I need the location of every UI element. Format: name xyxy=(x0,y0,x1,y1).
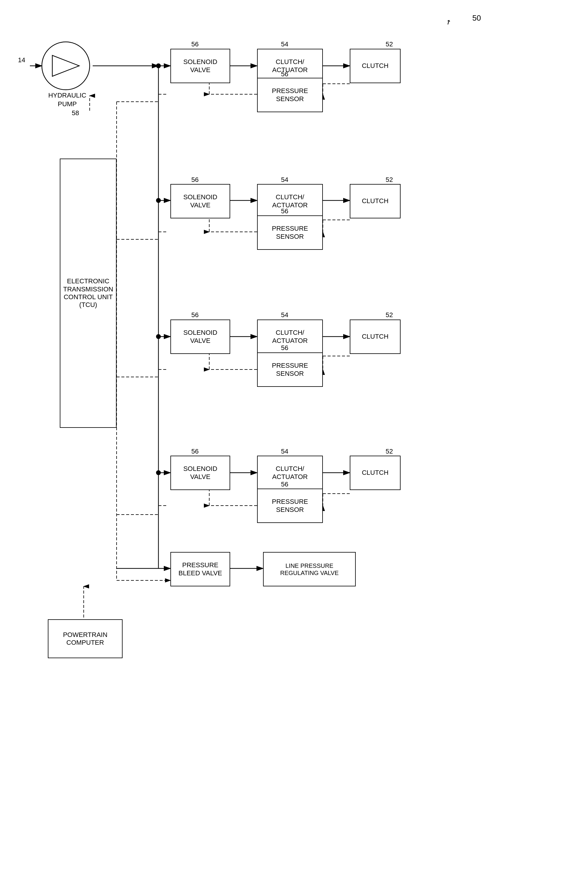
clutch-2: CLUTCH xyxy=(350,184,401,218)
pressure-sensor-4: PRESSURESENSOR xyxy=(257,489,323,523)
ref-56-sv2: 56 xyxy=(191,176,199,184)
ref-52-1: 52 xyxy=(386,40,393,48)
tcu-box: ELECTRONICTRANSMISSIONCONTROL UNIT(TCU) xyxy=(60,159,117,428)
clutch-actuator-2: CLUTCH/ACTUATOR xyxy=(257,184,323,218)
ref-54-3: 54 xyxy=(281,311,288,319)
ref-52-2: 52 xyxy=(386,176,393,184)
line-pressure-regulating-valve: LINE PRESSUREREGULATING VALVE xyxy=(263,552,356,586)
solenoid-valve-3: SOLENOIDVALVE xyxy=(171,320,230,354)
ref-56-sv1: 56 xyxy=(191,40,199,48)
ref-56-ps1: 56 xyxy=(281,70,288,78)
ref-54-2: 54 xyxy=(281,176,288,184)
powertrain-computer: POWERTRAINCOMPUTER xyxy=(48,619,123,658)
solenoid-valve-2: SOLENOIDVALVE xyxy=(171,184,230,218)
ref-56-sv4: 56 xyxy=(191,448,199,455)
solenoid-valve-1: SOLENOIDVALVE xyxy=(171,49,230,83)
pressure-sensor-1: PRESSURESENSOR xyxy=(257,78,323,112)
svg-marker-63 xyxy=(52,55,79,76)
ref-56-ps2: 56 xyxy=(281,207,288,215)
ref-52-4: 52 xyxy=(386,448,393,455)
ref-56-sv3: 56 xyxy=(191,311,199,319)
ref-50: 50 xyxy=(472,13,481,23)
ref-56-ps3: 56 xyxy=(281,344,288,352)
ref-54-1: 54 xyxy=(281,40,288,48)
clutch-3: CLUTCH xyxy=(350,320,401,354)
clutch-1: CLUTCH xyxy=(350,49,401,83)
svg-point-62 xyxy=(42,42,90,90)
pressure-sensor-2: PRESSURESENSOR xyxy=(257,215,323,250)
ref-56-ps4: 56 xyxy=(281,480,288,488)
ref-54-4: 54 xyxy=(281,448,288,455)
pressure-sensor-3: PRESSURESENSOR xyxy=(257,352,323,387)
ref-14: 14 xyxy=(18,56,25,64)
clutch-actuator-3: CLUTCH/ACTUATOR xyxy=(257,320,323,354)
ref-58: 58 xyxy=(72,109,79,117)
clutch-actuator-4: CLUTCH/ACTUATOR xyxy=(257,456,323,490)
solenoid-valve-4: SOLENOIDVALVE xyxy=(171,456,230,490)
ref-52-3: 52 xyxy=(386,311,393,319)
hydraulic-pump-label: HYDRAULICPUMP xyxy=(42,91,93,108)
clutch-4: CLUTCH xyxy=(350,456,401,490)
pressure-bleed-valve: PRESSUREBLEED VALVE xyxy=(171,552,230,586)
